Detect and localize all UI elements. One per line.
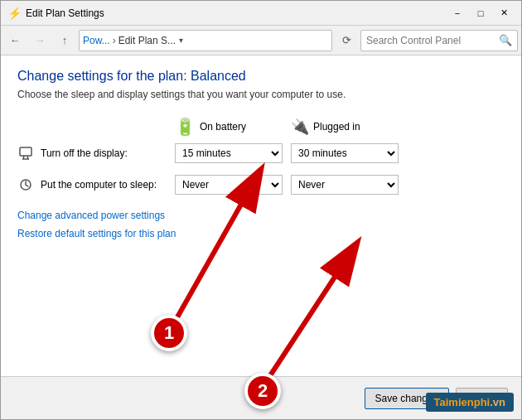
- breadcrumb-item-pow[interactable]: Pow...: [83, 35, 110, 46]
- display-battery-select[interactable]: 1 minute2 minutes3 minutes5 minutes10 mi…: [175, 143, 283, 163]
- nav-bar: ← → ↑ Pow... › Edit Plan S... ▾ ⟳ 🔍: [1, 26, 521, 56]
- content-area: Change settings for the plan: Balanced C…: [1, 56, 521, 419]
- display-selects: 1 minute2 minutes3 minutes5 minutes10 mi…: [175, 143, 399, 163]
- display-label: Turn off the display:: [41, 147, 175, 159]
- sleep-icon: [17, 176, 34, 193]
- monitor-icon: [17, 145, 34, 162]
- search-icon: 🔍: [499, 34, 512, 46]
- breadcrumb-item-edit: Edit Plan S...: [118, 35, 176, 46]
- col-header-battery: 🔋 On battery: [175, 117, 283, 137]
- display-row: Turn off the display: 1 minute2 minutes3…: [17, 143, 505, 163]
- watermark-suffix: .vn: [490, 396, 505, 408]
- close-button[interactable]: ✕: [493, 5, 515, 22]
- up-button[interactable]: ↑: [54, 30, 75, 51]
- circle-badge-1: 1: [151, 315, 187, 351]
- title-bar: ⚡ Edit Plan Settings − □ ✕: [1, 1, 521, 26]
- settings-table: 🔋 On battery 🔌 Plugged in: [17, 117, 505, 195]
- circle-badge-2: 2: [244, 373, 281, 409]
- col-plugged-label: Plugged in: [313, 121, 360, 133]
- links-area: Change advanced power settings Restore d…: [17, 210, 505, 239]
- refresh-button[interactable]: ⟳: [336, 30, 357, 51]
- main-area: Change settings for the plan: Balanced C…: [1, 56, 521, 376]
- watermark-text: Taimienphi: [434, 396, 491, 408]
- title-bar-controls: − □ ✕: [447, 5, 515, 22]
- svg-rect-0: [20, 147, 31, 156]
- battery-icon: 🔋: [175, 117, 196, 137]
- minimize-button[interactable]: −: [447, 5, 468, 22]
- search-input[interactable]: [366, 35, 499, 46]
- back-button[interactable]: ←: [4, 30, 26, 51]
- title-bar-icon: ⚡: [7, 7, 22, 20]
- sleep-selects: 1 minute2 minutes3 minutes5 minutes10 mi…: [175, 175, 399, 195]
- advanced-settings-link[interactable]: Change advanced power settings: [17, 210, 505, 221]
- col-header-plugged: 🔌 Plugged in: [291, 117, 399, 137]
- column-headers: 🔋 On battery 🔌 Plugged in: [175, 117, 505, 137]
- page-subtitle: Choose the sleep and display settings th…: [17, 89, 505, 100]
- monitor-svg: [19, 147, 32, 160]
- window: ⚡ Edit Plan Settings − □ ✕ ← → ↑ Pow... …: [0, 0, 522, 420]
- sleep-row: Put the computer to sleep: 1 minute2 min…: [17, 175, 505, 195]
- sleep-battery-select[interactable]: 1 minute2 minutes3 minutes5 minutes10 mi…: [175, 175, 283, 195]
- col-battery-label: On battery: [200, 121, 246, 133]
- title-bar-text: Edit Plan Settings: [26, 7, 447, 19]
- watermark: Taimienphi.vn: [426, 393, 514, 412]
- search-box: 🔍: [360, 30, 518, 51]
- plugged-icon: 🔌: [291, 118, 309, 136]
- sleep-svg: [19, 178, 32, 191]
- restore-defaults-link[interactable]: Restore default settings for this plan: [17, 228, 505, 239]
- breadcrumb: Pow... › Edit Plan S... ▾: [79, 30, 332, 51]
- sleep-plugged-select[interactable]: 1 minute2 minutes3 minutes5 minutes10 mi…: [291, 175, 399, 195]
- display-plugged-select[interactable]: 1 minute2 minutes3 minutes5 minutes10 mi…: [291, 143, 399, 163]
- page-title: Change settings for the plan: Balanced: [17, 69, 505, 84]
- maximize-button[interactable]: □: [470, 5, 491, 22]
- sleep-label: Put the computer to sleep:: [41, 179, 175, 191]
- forward-button[interactable]: →: [29, 30, 51, 51]
